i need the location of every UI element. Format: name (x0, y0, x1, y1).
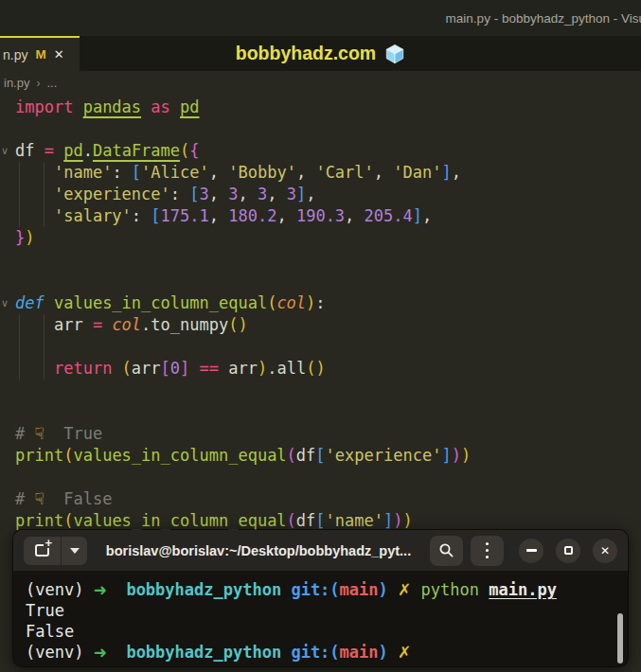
breadcrumb-file[interactable]: in.py (4, 76, 29, 90)
breadcrumb[interactable]: in.py › ... (0, 71, 641, 95)
code-token: [ (132, 163, 141, 182)
code-token: { (189, 141, 199, 160)
code-line (0, 118, 641, 140)
search-icon (438, 542, 454, 558)
code-token: def (15, 293, 54, 312)
code-token: ( (287, 511, 296, 530)
code-token: ( (180, 141, 189, 160)
code-token: [ (315, 511, 325, 530)
close-icon: ✕ (600, 545, 610, 557)
code-token: return (54, 359, 122, 378)
code-token: ) (393, 511, 402, 530)
terminal-scrollbar[interactable] (617, 613, 623, 663)
indent-guide (19, 184, 20, 205)
code-token: ) (403, 511, 413, 530)
code-token: , (345, 206, 364, 225)
code-token (15, 359, 54, 378)
minimize-button[interactable] (519, 539, 543, 563)
code-token: main.py (489, 580, 557, 599)
code-token: # (15, 424, 34, 443)
code-line (0, 467, 641, 488)
code-token: ✗ (398, 580, 411, 599)
code-token: , (209, 163, 228, 182)
code-token: False (45, 489, 113, 508)
code-editor[interactable]: import pandas as pd∨df = pd.DataFrame({ … (0, 95, 641, 532)
indent-guide (44, 184, 45, 205)
code-token: ] (441, 446, 451, 465)
code-token: , (209, 185, 228, 203)
indent-guide (44, 162, 45, 184)
code-token (107, 643, 126, 662)
breadcrumb-ellipsis[interactable]: ... (46, 76, 57, 90)
code-token: : (315, 293, 325, 312)
modified-badge: M (35, 47, 45, 62)
code-token: ) (379, 580, 388, 599)
code-token: 3 (287, 185, 296, 203)
fold-chevron-icon[interactable]: ∨ (1, 292, 9, 314)
indent-guide (44, 358, 45, 380)
code-line: arr = col.to_numpy() (0, 314, 641, 336)
new-tab-button[interactable] (24, 537, 62, 565)
tab-list-dropdown-button[interactable] (62, 537, 87, 565)
close-button[interactable]: ✕ (593, 539, 617, 563)
code-token: ) (258, 359, 267, 378)
code-token: 'salary' (54, 206, 132, 225)
code-token: 3 (228, 185, 238, 203)
terminal-body[interactable]: (venv) ➜ bobbyhadz_python git:(main) ✗ p… (13, 571, 628, 666)
terminal-window: borislav@borislav:~/Desktop/bobbyhadz_py… (13, 530, 628, 666)
code-token: main (340, 643, 379, 662)
window-titlebar: main.py - bobbyhadz_python - Visu (0, 0, 641, 36)
new-tab-split-button[interactable] (24, 537, 87, 565)
code-token: () (306, 359, 325, 378)
fold-chevron-icon[interactable]: ∨ (1, 140, 9, 162)
code-token: 'Carl' (315, 163, 373, 182)
code-token: True (26, 601, 64, 620)
code-token: 175.1 (161, 206, 209, 225)
code-token: col (276, 293, 306, 312)
window-title: main.py - bobbyhadz_python - Visu (446, 11, 641, 26)
window-controls: ✕ (519, 539, 617, 563)
code-line: ∨df = pd.DataFrame({ (0, 140, 641, 162)
indent-guide (19, 205, 20, 227)
code-token: , (267, 185, 286, 203)
code-token: 'experience' (326, 446, 442, 465)
menu-button[interactable] (471, 536, 504, 566)
code-token: pd (180, 97, 199, 116)
code-token: values_in_column_equal (73, 446, 286, 465)
code-token: [ (161, 359, 170, 378)
tab-main-py[interactable]: n.py M ✕ (0, 36, 80, 71)
code-line: print(values_in_column_equal(df['name'])… (0, 510, 641, 532)
code-token: ] (296, 185, 306, 203)
code-token: . (83, 141, 93, 160)
search-button[interactable] (430, 536, 463, 566)
terminal-header: borislav@borislav:~/Desktop/bobbyhadz_py… (13, 530, 628, 571)
indent-guide (44, 314, 45, 336)
code-token: 205.4 (365, 206, 413, 225)
code-token: ☟ (34, 489, 44, 508)
code-line (0, 401, 641, 423)
code-token: values_in_column_equal (54, 293, 267, 312)
code-token: : (132, 206, 151, 225)
code-token: () (228, 315, 247, 334)
code-token: 190.3 (296, 206, 345, 225)
code-token: pd (63, 141, 82, 160)
code-token (281, 643, 291, 662)
maximize-button[interactable] (556, 539, 580, 563)
tab-close-icon[interactable]: ✕ (54, 47, 64, 62)
code-token: values_in_column_equal (73, 511, 286, 530)
code-token: bobbyhadz_python (126, 580, 281, 599)
code-token (411, 580, 420, 599)
code-token (281, 580, 291, 599)
code-line: 'name': ['Alice', 'Bobby', 'Carl', 'Dan'… (0, 162, 641, 184)
code-token: ➜ (94, 643, 107, 662)
code-token: arr (15, 315, 93, 334)
code-line: ∨def values_in_column_equal(col): (0, 292, 641, 314)
code-token: True (45, 424, 102, 443)
code-token (15, 163, 54, 182)
code-token: df (15, 141, 45, 160)
code-token: git:( (291, 580, 339, 599)
chevron-down-icon (70, 548, 80, 554)
code-token: 'Alice' (141, 163, 209, 182)
kebab-menu-icon (486, 542, 490, 559)
code-line: return (arr[0] == arr).all() (0, 358, 641, 380)
